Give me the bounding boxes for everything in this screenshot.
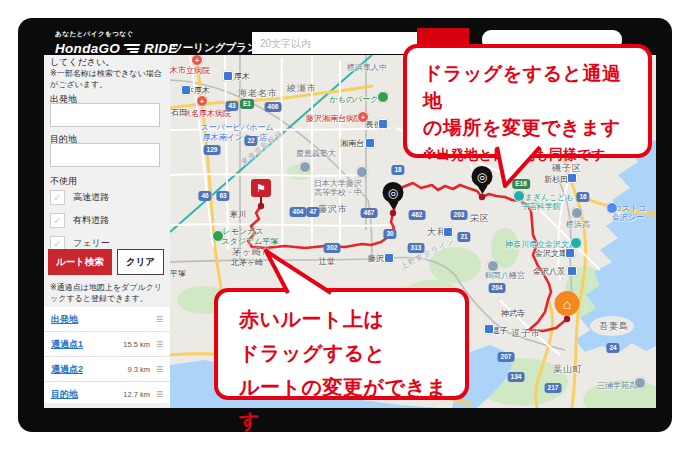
road-shield: 203 [451,210,468,220]
checkbox-row-highway: ✓ 高速道路 [50,190,109,205]
route-point-link[interactable]: 出発地 [51,313,78,326]
station-icon [365,138,375,148]
segment-distance: 12.7 km [123,390,150,399]
map-label: 上野東京ライン [399,236,457,272]
departure-input[interactable] [50,103,160,127]
map-label: 平塚 [170,268,186,279]
map-label: 高等学校・中 [314,187,362,198]
map-label: 金沢シー [612,212,644,223]
drag-handle-icon[interactable]: ≡ [156,363,163,375]
tooltip-waypoint-drag: ドラッグをすると通過地 の場所を変更できます ※出発地と目的地も同様です [403,44,652,158]
road-shield: 217 [545,383,562,393]
road-shield: 406 [265,102,282,112]
goal-pin[interactable]: ⌂ [555,291,580,316]
station-icon [567,266,577,276]
road-shield: 43 [225,101,238,111]
road-shield: 18 [391,165,404,175]
parkpin-icon [377,91,389,103]
map-label: 葉山町 [553,363,583,376]
route-list-item-start[interactable]: 出発地 ≡ [44,307,170,331]
road-shield: 313 [408,243,425,253]
route-point-link[interactable]: 通過点2 [51,363,83,376]
toll-checkbox[interactable]: ✓ [50,213,65,228]
drag-handle-icon[interactable]: ≡ [156,388,163,400]
road-shield: 21 [457,232,470,242]
segment-distance: 15.5 km [123,340,150,349]
wing-icon [124,44,140,53]
clear-button[interactable]: クリア [117,249,164,275]
map-label: 三浦学苑高 [597,380,637,391]
road-shield: 46 [198,191,211,201]
segment-distance: 9.3 km [127,365,150,374]
road-shield: 63 [216,191,229,201]
station-icon [384,253,394,263]
route-point-link[interactable]: 通過点1 [51,338,83,351]
road-shield: 302 [324,243,341,253]
sidebar-footer-strip [44,403,170,408]
school-icon [356,166,368,178]
plan-name-input[interactable] [252,32,424,54]
tooltip-line: ドラッグすると [239,336,465,370]
station-icon [223,71,233,81]
route-sidebar: してください。 ※一部名称は検索できない場合がございます。 出発地 目的地 不使… [44,55,170,408]
road-shield: 467 [361,208,378,218]
sidebar-note-waypoint: ※通過点は地図上をダブルクリックすると登録できます。 [50,282,166,304]
school-icon [571,207,583,219]
logo-tagline: あなたとバイクをつなぐ [55,30,178,39]
map-label: 厚木南インター店 [203,132,268,143]
hondago-ride-logo[interactable]: あなたとバイクをつなぐ HondaGO RIDE [55,30,178,56]
road-shield: 22 [244,136,257,146]
start-pin[interactable]: ⚑ [251,179,271,203]
highway-checkbox[interactable]: ✓ [50,190,65,205]
drag-handle-icon[interactable]: ≡ [156,338,163,350]
hospital-icon: + [357,111,369,123]
logo-brand-text: HondaGO [55,41,120,56]
hospital-icon: + [196,95,208,107]
start-flag-icon: ⚑ [251,179,271,197]
tooltip-line: 赤いルート上は [239,302,465,336]
map-label: 金沢文庫 [535,248,567,259]
drag-handle-icon[interactable]: ≡ [156,313,163,325]
map-label: 逗子 [492,325,508,336]
route-point-link[interactable]: 目的地 [51,388,78,401]
waypoint-icon: ◎ [383,182,404,203]
waypoint-pin-2[interactable]: ◎ [472,166,493,194]
checkbox-row-toll: ✓ 有料道路 [50,213,109,228]
map-label: 横浜隼人中 [347,62,387,73]
sidebar-note-search: ※一部名称は検索できない場合がございます。 [50,68,166,90]
map-label: 逗子市 [511,327,541,340]
school-icon [634,377,646,389]
map-label: 栄区 [470,212,490,225]
tooltip-line: ルートの変更ができます [239,370,465,438]
bluec-icon [606,202,618,214]
map-label: 東名厚木病院 [183,108,231,119]
destination-input[interactable] [50,143,160,167]
map-label: 神武寺 [501,308,525,319]
station-icon [567,173,577,183]
route-search-button[interactable]: ルート検索 [48,249,112,275]
map-label: 厚木 [234,71,250,82]
route-list-item-waypoint2[interactable]: 通過点2 9.3 km ≡ [44,356,170,381]
route-point-list: 出発地 ≡ 通過点1 15.5 km ≡ 通過点2 9.3 km ≡ 目的地 1… [44,307,170,403]
road-shield: 30 [383,229,396,239]
station-icon [484,324,494,334]
map-label: 海老名市 [238,87,278,100]
road-shield: 16 [576,192,589,202]
waypoint-icon: ◎ [472,166,493,187]
map-label: 木市立病院 [170,65,210,76]
map-label: 辻堂 [319,256,335,267]
road-shield: E1 [240,99,254,109]
station-icon [565,248,575,258]
map-label: 藤沢 [368,253,384,264]
station-icon [181,85,191,95]
map-label: 横浜高 [566,219,590,230]
tooltip-note: ※出発地と目的地も同様です [423,146,634,164]
route-list-item-waypoint1[interactable]: 通過点1 15.5 km ≡ [44,331,170,356]
map-label: 慶應義塾大 [296,148,336,159]
map-label: 北茅ヶ崎 [231,257,263,268]
waypoint-pin-1[interactable]: ◎ [383,182,404,210]
road-shield: 462 [409,210,426,220]
map-label: かものパーク [330,94,379,105]
tooltip-line: の場所を変更できます [423,114,634,141]
map-label: 綾瀬市 [287,82,317,95]
